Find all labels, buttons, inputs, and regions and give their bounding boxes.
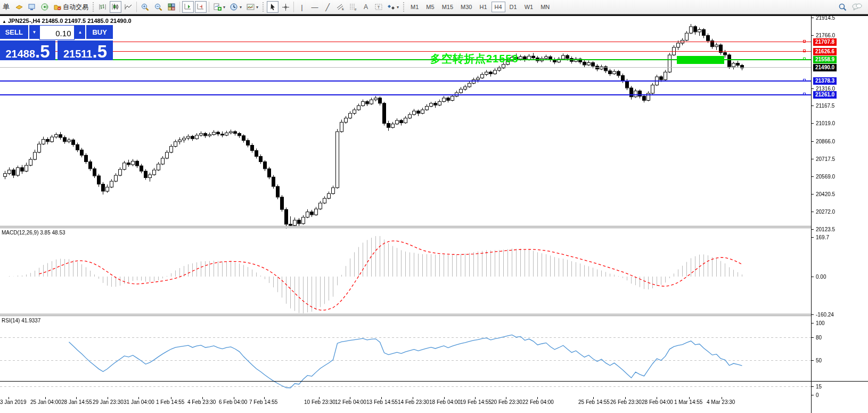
time-axis-label: 10 Feb 23:30 xyxy=(304,399,335,405)
sell-button[interactable]: SELL xyxy=(0,25,28,40)
axis-tick-label: 0.00 xyxy=(816,274,826,280)
volume-decrease-button[interactable]: ▼ xyxy=(29,25,40,40)
buy-button[interactable]: BUY xyxy=(86,25,113,40)
macd-panel-splitter[interactable] xyxy=(0,226,811,228)
resistance-line[interactable] xyxy=(0,42,811,42)
level-price-tag: 21626.6 xyxy=(813,48,837,55)
timeframe-button-w1[interactable]: W1 xyxy=(521,2,537,12)
crosshair-icon[interactable] xyxy=(280,1,291,13)
panel-toggle-icon[interactable]: ▲ xyxy=(2,19,6,24)
level-price-tag: 21261.0 xyxy=(813,91,837,99)
volume-input[interactable] xyxy=(39,25,75,40)
timeframe-button-m5[interactable]: M5 xyxy=(423,2,437,12)
chart-shift-icon[interactable] xyxy=(195,1,207,13)
templates-icon[interactable]: ▾ xyxy=(244,1,260,13)
axis-tick-mark xyxy=(812,194,814,195)
autotrading-button[interactable]: 自动交易 xyxy=(52,1,90,13)
buy-price[interactable]: 21511.5 xyxy=(58,41,113,60)
time-axis-label: 4 Feb 23:30 xyxy=(187,399,216,405)
time-axis-tick xyxy=(350,397,350,399)
time-axis-label: 12 Feb 04:00 xyxy=(335,399,366,405)
last-price-line[interactable] xyxy=(0,67,811,68)
time-axis-tick xyxy=(413,397,413,399)
time-axis-label: 22 Feb 04:00 xyxy=(522,399,554,405)
horizontal-line-tool-icon[interactable]: — xyxy=(309,1,321,13)
periods-icon[interactable]: ▾ xyxy=(228,1,243,13)
fibonacci-tool-icon[interactable]: F xyxy=(347,1,359,13)
trendline-tool-icon[interactable]: ╱ xyxy=(322,1,333,13)
cursor-icon[interactable] xyxy=(267,1,279,13)
support-line[interactable] xyxy=(0,80,811,82)
axis-tick-label: 0 xyxy=(816,392,819,398)
chart-title: ▲JPN225-,H4 21485.0 21497.5 21485.0 2149… xyxy=(2,18,132,24)
new-order-label: 单 xyxy=(3,2,10,12)
shapes-tool-icon[interactable]: ▾ xyxy=(386,1,400,13)
axis-tick-mark xyxy=(812,176,814,177)
time-axis-tick xyxy=(444,397,445,399)
toolbar-drag-handle[interactable] xyxy=(92,2,95,12)
time-axis-label: 29 Jan 23:30 xyxy=(93,399,124,405)
axis-tick-mark xyxy=(812,123,814,124)
timeframe-button-h1[interactable]: H1 xyxy=(476,2,490,12)
timeframe-button-mn[interactable]: MN xyxy=(537,2,553,12)
time-axis-tick xyxy=(537,397,538,399)
channel-tool-icon[interactable]: E xyxy=(334,1,346,13)
periods-dropdown-arrow[interactable]: ▾ xyxy=(240,5,242,10)
axis-tick-label: 21019.0 xyxy=(816,120,835,126)
axis-tick-label: 80 xyxy=(816,335,822,341)
text-tool-icon[interactable]: A xyxy=(360,1,372,13)
axis-tick-label: 100 xyxy=(816,320,825,326)
axis-tick-label: 20569.0 xyxy=(816,174,835,180)
time-axis-border xyxy=(0,381,868,382)
volume-increase-button[interactable]: ▲ xyxy=(75,25,85,40)
bar-chart-type-icon[interactable] xyxy=(97,1,109,13)
new-order-button[interactable]: 单 xyxy=(1,1,12,13)
zoom-out-icon[interactable] xyxy=(152,1,165,13)
signal-icon[interactable] xyxy=(39,1,51,13)
vertical-line-tool-icon[interactable]: | xyxy=(296,1,308,13)
axis-tick-label: 20420.5 xyxy=(816,191,835,197)
support-line[interactable] xyxy=(0,94,811,95)
svg-text:E: E xyxy=(342,7,344,11)
tile-windows-icon[interactable] xyxy=(166,1,177,13)
time-axis-label: 26 Feb 23:30 xyxy=(610,399,642,405)
trend-annotation-text[interactable]: 多空转折点21558 xyxy=(430,52,519,66)
price-chart-canvas[interactable] xyxy=(0,16,811,413)
time-axis-tick xyxy=(264,397,265,399)
search-icon[interactable] xyxy=(837,1,849,13)
timeframe-button-m30[interactable]: M30 xyxy=(457,2,475,12)
timeframe-button-d1[interactable]: D1 xyxy=(506,2,520,12)
timeframe-button-m15[interactable]: M15 xyxy=(439,2,456,12)
candlestick-chart-type-icon[interactable] xyxy=(110,1,121,13)
auto-scroll-icon[interactable] xyxy=(182,1,194,13)
resistance-line[interactable] xyxy=(0,51,811,52)
zoom-in-icon[interactable] xyxy=(139,1,151,13)
line-chart-type-icon[interactable] xyxy=(122,1,134,13)
shapes-dropdown-arrow[interactable]: ▾ xyxy=(397,5,399,10)
market-watch-icon[interactable] xyxy=(13,1,25,13)
sell-price[interactable]: 21488.5 xyxy=(0,41,55,60)
templates-dropdown-arrow[interactable]: ▾ xyxy=(256,5,258,10)
price-axis[interactable]: 21914.521766.021316.021167.521019.020866… xyxy=(811,16,868,413)
text-label-tool-icon[interactable]: T xyxy=(373,1,384,13)
chat-icon[interactable] xyxy=(850,1,864,13)
timeframe-button-m1[interactable]: M1 xyxy=(407,2,422,12)
time-axis-label: 31 Jan 04:00 xyxy=(124,399,154,405)
chart-plot-area[interactable]: ▲JPN225-,H4 21485.0 21497.5 21485.0 2149… xyxy=(0,16,811,413)
rsi-panel-splitter[interactable] xyxy=(0,314,811,316)
toolbar-drag-handle[interactable] xyxy=(262,2,265,12)
axis-tick-label: -160.24 xyxy=(816,312,834,318)
axis-tick-mark xyxy=(812,18,814,18)
timeframe-group: M1M5M15M30H1H4D1W1MN xyxy=(407,2,553,12)
time-axis-tick xyxy=(171,397,171,399)
time-axis-tick xyxy=(9,397,9,399)
supply-zone-rect[interactable] xyxy=(677,56,724,64)
metaeditor-icon[interactable] xyxy=(26,1,38,13)
toolbar-drag-handle[interactable] xyxy=(403,2,405,12)
time-axis-tick xyxy=(506,397,506,399)
time-axis-label: 7 Feb 14:55 xyxy=(249,399,277,405)
axis-tick-mark xyxy=(812,35,814,36)
indicators-dropdown-arrow[interactable]: ▾ xyxy=(223,5,225,10)
timeframe-button-h4[interactable]: H4 xyxy=(492,2,505,12)
indicators-icon[interactable]: ▾ xyxy=(211,1,227,13)
